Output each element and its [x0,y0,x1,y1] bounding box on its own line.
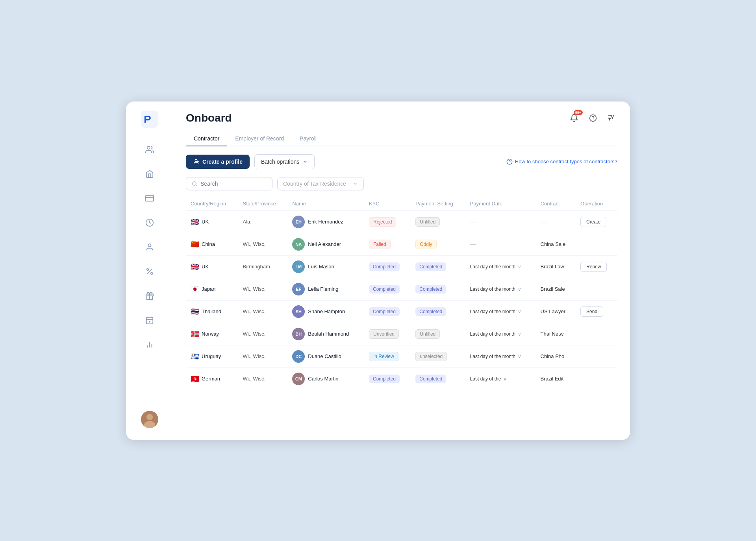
svg-line-7 [147,269,152,274]
cell-operation [576,323,617,345]
cell-state: Wi., Wisc. [238,233,287,255]
cell-payment-date: Last day of the month∨ [465,278,536,300]
batch-operations-button[interactable]: Batch oprations [254,154,315,169]
cell-state: Wi., Wisc. [238,278,287,300]
cell-kyc: Completed [364,300,411,323]
cell-payment-date: Last day of the month∨ [465,323,536,345]
search-box[interactable] [186,177,272,190]
toolbar-left: Create a profile Batch oprations [186,154,315,169]
cell-operation: Renew [576,255,617,278]
col-state: State/Province [238,197,287,211]
sidebar-item-card[interactable] [141,190,158,207]
svg-point-31 [193,181,196,185]
tab-payroll[interactable]: Payroll [292,131,324,146]
cell-kyc: In Review [364,345,411,367]
table-row: 🇳🇴NorwayWi., Wisc.BHBeulah HammondUnveri… [186,323,617,345]
cell-country: 🇳🇴Norway [186,323,238,345]
header-actions: 99+ [567,111,617,125]
cell-contract: Brazil Edit [536,367,576,390]
cell-kyc: Rejected [364,210,411,233]
contract-types-help-link[interactable]: How to choose contract types of contract… [506,159,617,165]
svg-point-6 [148,244,151,246]
payment-date-chevron[interactable]: ∨ [518,286,521,292]
table-header-row: Country/Region State/Province Name KYC P… [186,197,617,211]
header: Onboard 99+ [173,102,630,146]
svg-point-22 [146,414,153,420]
cell-payment-setting: Completed [411,278,465,300]
cell-name: SHShane Hampton [287,300,364,323]
operation-button[interactable]: Renew [580,262,607,272]
cell-state: Wi., Wisc. [238,345,287,367]
table-row: 🇺🇾UruguayWi., Wisc.DCDuane CastilloIn Re… [186,345,617,367]
col-payment-date: Payment Date [465,197,536,211]
logo[interactable]: P [140,109,159,129]
cell-contract: US Lawyer [536,300,576,323]
cell-payment-date: — [465,233,536,255]
tab-contractor[interactable]: Contractor [186,131,227,146]
avatar[interactable] [141,411,158,428]
table-wrapper: Country/Region State/Province Name KYC P… [173,197,630,440]
batch-btn-label: Batch oprations [261,159,299,165]
payment-date-chevron[interactable]: ∨ [518,264,521,270]
cell-payment-date: Last day of the∨ [465,367,536,390]
cell-payment-setting: Completed [411,300,465,323]
chevron-down-icon [352,181,358,186]
cell-contract: China Sale [536,233,576,255]
cell-country: 🇺🇾Uruguay [186,345,238,367]
cell-operation [576,278,617,300]
main-content: Onboard 99+ [173,102,630,440]
payment-date-chevron[interactable]: ∨ [518,354,521,359]
cell-payment-date: Last day of the month∨ [465,255,536,278]
page-title: Onboard [186,112,232,124]
sidebar-item-user[interactable] [141,238,158,256]
payment-date-chevron[interactable]: ∨ [518,309,521,314]
cell-name: EHErik Hernandez [287,210,364,233]
cell-kyc: Completed [364,367,411,390]
create-profile-button[interactable]: Create a profile [186,155,250,169]
cell-contract: China Pho [536,345,576,367]
svg-rect-12 [146,317,153,324]
cell-operation: Create [576,210,617,233]
header-top: Onboard 99+ [186,111,617,125]
col-contract: Contract [536,197,576,211]
payment-date-chevron[interactable]: ∨ [503,376,507,382]
sidebar-item-clock[interactable] [141,214,158,231]
operation-button[interactable]: Create [580,217,606,227]
sidebar-item-gift[interactable] [141,287,158,305]
sidebar-item-home[interactable] [141,165,158,183]
cell-name: LMLuis Mason [287,255,364,278]
cell-country: 🇹🇳German [186,367,238,390]
svg-line-32 [196,185,197,186]
cell-country: 🇹🇭Thailand [186,300,238,323]
cell-payment-date: Last day of the month∨ [465,300,536,323]
cell-payment-setting: Completed [411,255,465,278]
sidebar: P [126,102,173,440]
cell-name: EFLeila Fleming [287,278,364,300]
table-row: 🇨🇳ChinaWi., Wisc.NANell AlexanderFailedO… [186,233,617,255]
sidebar-item-percent[interactable] [141,263,158,280]
table-row: 🇹🇭ThailandWi., Wisc.SHShane HamptonCompl… [186,300,617,323]
cell-operation [576,367,617,390]
cell-payment-date: Last day of the month∨ [465,345,536,367]
help-button[interactable] [587,112,599,124]
translate-button[interactable] [605,112,617,124]
cell-country: 🇨🇳China [186,233,238,255]
payment-date-chevron[interactable]: ∨ [518,331,521,337]
country-filter-dropdown[interactable]: Country of Tax Residence [277,177,364,190]
cell-operation: Send [576,300,617,323]
tab-employer[interactable]: Employer of Record [227,131,292,146]
cell-state: Ala. [238,210,287,233]
cell-kyc: Failed [364,233,411,255]
sidebar-item-people[interactable] [141,141,158,158]
sidebar-item-calendar[interactable] [141,312,158,329]
sidebar-item-chart[interactable] [141,336,158,353]
notification-badge: 99+ [574,110,583,115]
operation-button[interactable]: Send [580,307,603,317]
search-input[interactable] [200,181,267,187]
toolbar: Create a profile Batch oprations How to … [173,146,630,177]
svg-point-8 [146,268,148,270]
cell-name: CMCarlos Martin [287,367,364,390]
notification-button[interactable]: 99+ [567,111,581,125]
cell-country: 🇬🇧UK [186,210,238,233]
cell-kyc: Completed [364,278,411,300]
